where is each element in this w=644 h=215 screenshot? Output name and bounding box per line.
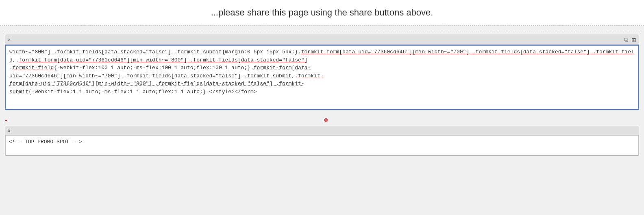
share-message: ...please share this page using the shar…: [211, 7, 433, 18]
page-wrapper: ...please share this page using the shar…: [0, 0, 644, 160]
code-box-section: × ⧉ ⊞ width~="800"] .formkit-fields[data…: [0, 31, 644, 114]
bottom-code-outer: x <!-- TOP PROMO SPOT -->: [5, 126, 639, 156]
divider-minus: -: [5, 116, 13, 124]
bottom-code-close-button[interactable]: x: [8, 127, 11, 134]
bottom-code-section: x <!-- TOP PROMO SPOT -->: [0, 126, 644, 160]
bottom-code-content[interactable]: <!-- TOP PROMO SPOT -->: [5, 135, 639, 156]
code-box-content[interactable]: width~="800"] .formkit-fields[data-stack…: [5, 45, 639, 110]
divider-dot: [324, 118, 328, 122]
divider-center: [13, 118, 639, 122]
code-box-toolbar: × ⧉ ⊞: [5, 35, 639, 45]
middle-divider: -: [0, 114, 644, 126]
code-box-outer: × ⧉ ⊞ width~="800"] .formkit-fields[data…: [5, 35, 639, 110]
separator: [0, 26, 644, 31]
code-text: width~="800"] .formkit-fields[data-stack…: [9, 48, 635, 96]
code-box-close-button[interactable]: ×: [8, 37, 11, 43]
expand-icon[interactable]: ⊞: [631, 37, 636, 43]
code-box-actions: ⧉ ⊞: [624, 36, 636, 43]
top-section: ...please share this page using the shar…: [0, 0, 644, 26]
bottom-code-toolbar: x: [5, 126, 639, 135]
copy-icon[interactable]: ⧉: [624, 36, 628, 43]
bottom-code-text: <!-- TOP PROMO SPOT -->: [9, 138, 635, 146]
